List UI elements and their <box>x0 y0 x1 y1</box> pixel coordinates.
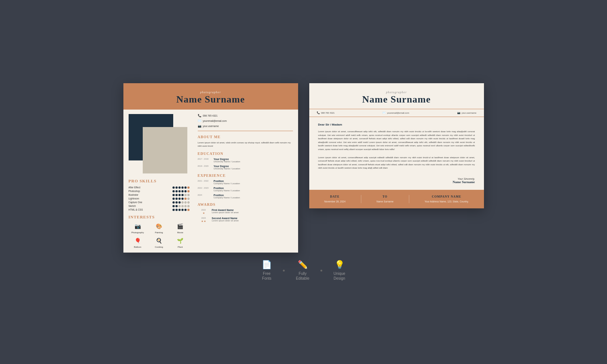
skill-dot <box>175 186 178 189</box>
bottom-feature: ✏️ FullyEditable <box>296 260 309 281</box>
edu-university: University Name / Location <box>214 160 240 163</box>
award-name: Second Award Name <box>212 217 239 220</box>
bottom-separator <box>283 270 285 272</box>
skill-row: HTML & CSS <box>129 208 190 211</box>
bottom-feature-icon: 💡 <box>335 260 345 270</box>
award-star: ★ <box>204 220 206 223</box>
bottom-bar: 📄 FreeFonts ✏️ FullyEditable 💡 UniqueDes… <box>262 260 345 281</box>
skill-row: Capture One <box>129 201 190 204</box>
interest-label: Movie <box>177 231 183 234</box>
bottom-feature-label: FullyEditable <box>296 271 309 281</box>
education-title: EDUCATION <box>198 152 293 156</box>
award-stars: ★★ <box>201 220 206 223</box>
about-title: ABOUT ME <box>198 135 293 139</box>
resume-left-column: PRO SKILLS After EffectPhotoshopIllustra… <box>123 110 194 253</box>
bottom-feature-label: FreeFonts <box>262 271 271 281</box>
award-stars: ★ <box>203 212 205 215</box>
skill-dot <box>172 186 175 189</box>
closing-text: Your Sincerely, <box>318 178 475 180</box>
contact-email: ✉️ youremail@email.com <box>198 119 293 123</box>
footer-date-value: November 28, 2024 <box>324 200 345 203</box>
pro-skills-title: PRO SKILLS <box>129 179 190 183</box>
interest-item: 🎈Balloon <box>129 237 147 248</box>
cover-email: ✉️ youremail@email.com <box>382 111 409 114</box>
cover-name: Name Surname <box>320 94 473 105</box>
skill-dot <box>172 198 175 200</box>
photo-placeholder <box>143 127 187 173</box>
main-content: photographer Name Surname PRO SKILLS Aft… <box>123 83 484 253</box>
award-name: First Award Name <box>212 209 239 211</box>
experience-item: 2021 - 2022 Position Company Name / Loca… <box>198 180 293 185</box>
skill-row: Lightroom <box>129 197 190 200</box>
email-icon: ✉️ <box>198 119 201 123</box>
skill-dot <box>184 186 187 189</box>
award-details: First Award Name Lorem ipsum dolor sit a… <box>212 209 239 214</box>
edu-degree: Your Degree <box>214 158 240 160</box>
skill-dot <box>187 209 190 211</box>
cover-phone-icon: 📞 <box>317 111 320 114</box>
interest-icon: 🌱 <box>176 237 184 245</box>
cover-footer: DATE November 28, 2024 TO Name Surname C… <box>309 190 484 208</box>
interest-icon: 🎨 <box>155 222 163 230</box>
bottom-feature: 💡 UniqueDesign <box>333 260 345 281</box>
interest-label: Plant <box>178 246 183 248</box>
exp-year: 2021 - 2022 <box>198 180 211 185</box>
resume-name: Name Surname <box>131 94 291 105</box>
skill-dot <box>181 186 184 189</box>
award-item: 2022 ★ First Award Name Lorem ipsum dolo… <box>198 209 293 215</box>
education-item: 2017 - 2018 Your Degree University Name … <box>198 158 293 163</box>
cover-subtitle: photographer <box>320 91 473 94</box>
skill-dot <box>178 194 181 196</box>
exp-company: Company Name / Location <box>214 196 240 199</box>
footer-divider-1 <box>361 195 361 203</box>
interest-item: 🎨Painting <box>150 222 168 234</box>
closing-name: Name Surname <box>318 180 475 184</box>
cover-paragraph-2: Lorem ipsum dolor sit amet, consecdfteeu… <box>318 156 475 170</box>
cover-phone: 📞 098 765 4321 <box>317 111 335 114</box>
bottom-feature-label: UniqueDesign <box>333 271 345 281</box>
skill-dot <box>178 186 181 189</box>
award-star: ★ <box>203 212 205 215</box>
skill-dot <box>172 190 175 192</box>
resume-body: PRO SKILLS After EffectPhotoshopIllustra… <box>123 110 298 253</box>
footer-to-label: TO <box>377 195 394 198</box>
skill-row: Photoshop <box>129 190 190 192</box>
contact-username: 📷 your.username <box>198 124 293 128</box>
skill-row: Sketch <box>129 205 190 207</box>
skill-dot <box>175 194 178 196</box>
resume-card: photographer Name Surname PRO SKILLS Aft… <box>123 83 298 253</box>
bottom-feature-icon: ✏️ <box>298 260 308 270</box>
skill-dot <box>172 201 175 204</box>
edu-details: Your Degree University Name / Location <box>214 158 240 163</box>
skill-dot <box>181 194 184 196</box>
exp-year: 2024 <box>198 194 211 199</box>
cover-email-icon: ✉️ <box>382 111 386 114</box>
skill-dot <box>184 209 187 211</box>
exp-position: Position <box>214 187 240 189</box>
salutation: Dear Sir / Madam <box>318 123 475 126</box>
skill-dot <box>178 201 181 204</box>
phone-icon: 📞 <box>198 114 201 117</box>
experience-item: 2024 Position Company Name / Location <box>198 194 293 199</box>
cover-username: 📷 your.username <box>457 111 477 114</box>
cover-social-icon: 📷 <box>457 111 461 114</box>
skill-dot <box>181 205 184 207</box>
interests-section: INTERESTS 📷Photography🎨Painting🎬Movie🎈Ba… <box>129 215 190 248</box>
award-star: ★ <box>201 220 203 223</box>
interest-icon: 🍳 <box>155 237 163 245</box>
interest-label: Cooking <box>155 246 163 248</box>
cover-header: photographer Name Surname <box>309 83 484 109</box>
award-item: 2023 ★★ Second Award Name Lorem ipsum do… <box>198 217 293 223</box>
resume-subtitle: photographer <box>131 91 291 94</box>
skill-dot <box>184 194 187 196</box>
experience-list: 2021 - 2022 Position Company Name / Loca… <box>198 180 293 199</box>
awards-list: 2022 ★ First Award Name Lorem ipsum dolo… <box>198 209 293 223</box>
skill-dot <box>187 186 190 189</box>
contact-phone: 📞 098 765 4321 <box>198 114 293 117</box>
skill-dot <box>175 209 178 211</box>
exp-details: Position Company Name / Location <box>214 194 240 199</box>
skill-dot <box>172 194 175 196</box>
edu-year: 2017 - 2018 <box>198 158 211 163</box>
interest-item: 📷Photography <box>129 222 147 234</box>
interest-item: 🌱Plant <box>171 237 189 248</box>
